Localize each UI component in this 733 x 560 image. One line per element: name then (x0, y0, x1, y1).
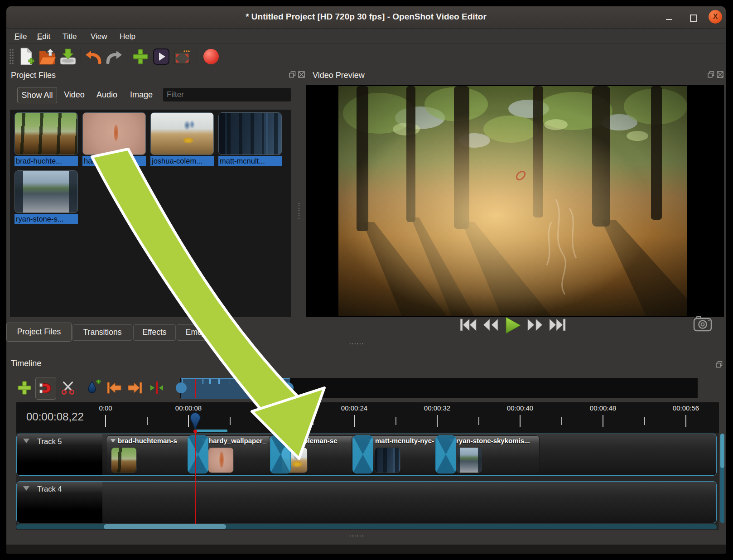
file-label: matt-mcnult... (218, 156, 282, 166)
scrollbar-handle[interactable] (104, 524, 226, 529)
next-marker-button[interactable] (126, 377, 144, 399)
panel-splitter-handle[interactable] (349, 535, 364, 537)
track-5[interactable]: Track 5 brad-huchteman-s hardy_wallpaper… (16, 434, 717, 476)
play-icon (504, 316, 522, 334)
export-video-button[interactable] (202, 47, 220, 67)
previous-marker-button[interactable] (105, 377, 123, 399)
menu-help[interactable]: Help (117, 31, 138, 42)
timeline-viewport[interactable]: 00:00:08,22 0:00 00:00:08 00:00:16 00:00… (16, 402, 719, 530)
save-project-icon (59, 48, 77, 66)
float-panel-icon[interactable] (708, 71, 714, 78)
main-toolbar (6, 44, 726, 69)
project-files-list[interactable]: brad-huchte... hardy_wallpa... joshua-co… (10, 110, 291, 317)
close-panel-icon[interactable] (298, 71, 305, 78)
filter-input[interactable] (163, 88, 291, 101)
jump-to-start-button[interactable] (459, 318, 479, 334)
chevron-down-icon[interactable] (22, 485, 30, 492)
undo-button[interactable] (84, 47, 102, 67)
maximize-icon (690, 14, 697, 22)
tab-project-files[interactable]: Project Files (6, 323, 72, 342)
clip-thumbnail (111, 447, 137, 473)
track-name: Track 4 (37, 485, 62, 493)
clip-chevron-icon[interactable] (110, 439, 116, 443)
timeline-zoom-slider[interactable] (180, 378, 698, 398)
export-video-icon (203, 49, 219, 64)
jump-to-end-button[interactable] (548, 318, 568, 334)
playhead-line (195, 431, 196, 529)
playhead-marker[interactable] (189, 412, 201, 434)
transition[interactable] (270, 435, 291, 473)
track-5-header[interactable]: Track 5 (17, 434, 102, 475)
save-frame-button[interactable] (693, 315, 713, 332)
close-button[interactable]: X (709, 10, 721, 23)
filter-image[interactable]: Image (128, 87, 155, 102)
tab-emojis[interactable]: Emojis (177, 324, 218, 341)
tab-effects[interactable]: Effects (133, 324, 176, 341)
close-panel-icon[interactable] (717, 71, 723, 78)
transition[interactable] (188, 435, 208, 473)
fast-forward-button[interactable] (526, 318, 546, 334)
choose-profile-icon (153, 48, 169, 65)
minimize-button[interactable] (663, 11, 676, 24)
menu-file[interactable]: File (12, 31, 29, 42)
play-button[interactable] (504, 316, 524, 333)
save-project-button[interactable] (59, 47, 77, 67)
menu-title[interactable]: Title (60, 31, 80, 42)
menu-edit[interactable]: Edit (34, 31, 53, 42)
redo-icon (106, 48, 123, 65)
timeline-vertical-scrollbar[interactable] (720, 434, 724, 523)
video-frame (338, 86, 687, 316)
new-project-button[interactable] (17, 47, 35, 67)
float-panel-icon[interactable] (716, 361, 723, 368)
rewind-button[interactable] (482, 318, 502, 334)
project-files-panel-title: Project Files (11, 71, 56, 80)
zoom-slider-right-handle[interactable] (283, 382, 294, 393)
timeline-panel-title: Timeline (11, 359, 41, 368)
file-item-hardy[interactable]: hardy_wallpa... (82, 112, 146, 166)
filter-show-all[interactable]: Show All (17, 87, 57, 103)
transition[interactable] (352, 435, 373, 473)
open-project-button[interactable] (38, 47, 56, 67)
toolbar-separator (197, 48, 197, 65)
zoom-slider-left-handle[interactable] (176, 382, 187, 393)
transition-icon (436, 436, 456, 473)
title-bar[interactable]: * Untitled Project [HD 720p 30 fps] - Op… (6, 6, 726, 29)
center-playhead-button[interactable] (148, 377, 166, 399)
chevron-down-icon[interactable] (22, 438, 30, 444)
video-preview-screen[interactable] (306, 85, 724, 317)
fullscreen-button[interactable] (173, 47, 191, 67)
panel-splitter-handle[interactable] (298, 202, 300, 220)
file-item-brad[interactable]: brad-huchte... (14, 112, 78, 166)
file-item-ryan[interactable]: ryan-stone-s... (14, 170, 78, 224)
tab-transitions[interactable]: Transitions (72, 324, 132, 341)
magnet-icon (39, 381, 53, 395)
filter-audio[interactable]: Audio (94, 87, 120, 102)
choose-profile-button[interactable] (152, 47, 170, 67)
menu-view[interactable]: View (88, 31, 110, 42)
snapping-toggle[interactable] (35, 377, 56, 400)
file-item-joshua[interactable]: joshua-colem... (150, 112, 214, 166)
track-4-header[interactable]: Track 4 (17, 482, 102, 523)
transition[interactable] (435, 435, 456, 473)
timeline-ruler[interactable]: 00:00:08,22 0:00 00:00:08 00:00:16 00:00… (16, 402, 719, 433)
razor-tool-button[interactable] (59, 377, 77, 399)
file-label: ryan-stone-s... (14, 214, 78, 224)
float-panel-icon[interactable] (289, 71, 296, 78)
file-thumbnail (14, 112, 78, 155)
toolbar-grip-handle[interactable] (9, 48, 14, 65)
import-files-icon (132, 48, 149, 65)
add-track-button[interactable] (15, 377, 34, 399)
timeline-horizontal-scrollbar[interactable] (16, 524, 717, 529)
maximize-button[interactable] (687, 11, 699, 24)
import-files-button[interactable] (131, 47, 149, 67)
redo-button[interactable] (105, 47, 123, 67)
previous-marker-icon (106, 381, 122, 395)
new-project-icon (18, 47, 35, 66)
add-marker-button[interactable] (84, 377, 102, 399)
track-4[interactable]: Track 4 (16, 481, 717, 523)
toolbar-separator (127, 48, 127, 65)
filter-video[interactable]: Video (62, 87, 87, 102)
panel-splitter-handle[interactable] (349, 343, 364, 345)
open-project-icon (39, 48, 56, 66)
file-item-matt[interactable]: matt-mcnult... (218, 112, 282, 166)
